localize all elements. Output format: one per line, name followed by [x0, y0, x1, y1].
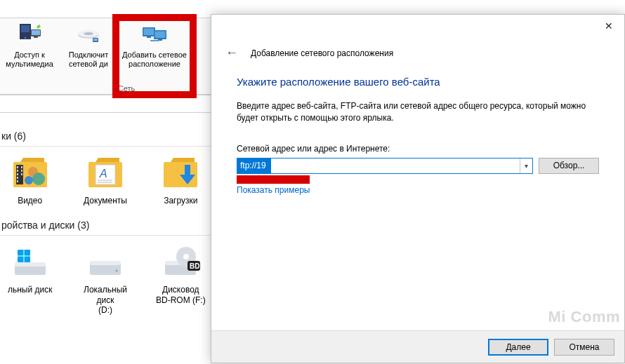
svg-rect-1	[21, 25, 29, 32]
ribbon-item-label: Подключит сетевой ди	[63, 50, 114, 68]
drive-local-d[interactable]: Локальный диск (D:)	[77, 241, 133, 315]
ribbon-group: Добавить сетевое расположение	[118, 18, 191, 94]
ribbon-group: Подключит сетевой ди	[59, 18, 118, 94]
folders-row: Видео A Документы Загрузки	[0, 148, 211, 207]
item-label: Локальный диск (D:)	[77, 285, 133, 315]
svg-point-44	[115, 270, 117, 272]
drive-bdrom[interactable]: BD Дисковод BD-ROM (F:)	[152, 241, 209, 315]
svg-text:BD: BD	[190, 262, 199, 270]
address-combobox[interactable]: ▾	[237, 158, 533, 174]
devices-row: льный диск Локальный диск (D:) BD Дисков…	[0, 237, 211, 316]
network-drive-icon	[74, 22, 103, 48]
close-icon: ✕	[605, 20, 613, 32]
ribbon-toolbar: Доступ к мультимедиа Подключит сетевой д…	[0, 18, 211, 95]
dialog-footer: Далее Отмена	[211, 330, 624, 363]
divider	[0, 146, 211, 147]
wizard-dialog: ✕ ← Добавление сетевого расположения Ука…	[211, 14, 625, 363]
show-examples-link[interactable]: Показать примеры	[237, 185, 310, 195]
browse-button[interactable]: Обзор...	[539, 158, 599, 174]
svg-rect-5	[34, 36, 38, 38]
svg-rect-43	[90, 261, 121, 265]
item-label: Дисковод BD-ROM (F:)	[156, 285, 206, 305]
svg-text:A: A	[99, 168, 107, 180]
dialog-body: Укажите расположение вашего веб-сайта Вв…	[211, 69, 624, 195]
drive-system[interactable]: льный диск	[1, 241, 58, 315]
folder-documents-icon: A	[86, 152, 125, 191]
svg-rect-24	[21, 166, 22, 168]
wizard-instruction: Введите адрес веб-сайта, FTP-сайта или с…	[237, 100, 599, 124]
explorer-content: ки (6) Видео A Документы Загрузки ройств…	[0, 126, 211, 317]
address-input[interactable]	[237, 159, 271, 173]
svg-rect-10	[93, 39, 98, 41]
svg-point-8	[84, 32, 93, 35]
svg-point-2	[25, 37, 26, 39]
svg-rect-15	[155, 32, 166, 39]
ribbon-item-label: Добавить сетевое расположение	[122, 50, 187, 68]
dialog-titlebar: ✕	[211, 15, 624, 37]
folders-section-header[interactable]: ки (6)	[1, 130, 211, 142]
back-button[interactable]: ←	[225, 46, 238, 60]
section-count: (6)	[14, 130, 26, 142]
folder-downloads[interactable]: Загрузки	[152, 152, 209, 205]
svg-rect-23	[17, 180, 18, 182]
cancel-button[interactable]: Отмена	[554, 339, 614, 356]
svg-rect-20	[17, 170, 18, 172]
address-field-label: Сетевой адрес или адрес в Интернете:	[237, 144, 599, 154]
watermark: Mi Comm	[548, 308, 621, 326]
dialog-title: Добавление сетевого расположения	[251, 48, 393, 58]
next-button[interactable]: Далее	[488, 339, 548, 356]
svg-rect-21	[17, 173, 18, 175]
folder-videos[interactable]: Видео	[1, 152, 58, 205]
item-label: Видео	[18, 196, 42, 205]
item-label: Документы	[84, 196, 127, 205]
svg-rect-4	[32, 30, 40, 35]
address-bar[interactable]	[0, 95, 211, 113]
section-title: ки	[1, 130, 11, 142]
item-label: льный диск	[8, 285, 53, 295]
section-title: ройства и диски	[1, 220, 74, 231]
devices-section-header[interactable]: ройства и диски (3)	[1, 220, 211, 231]
svg-rect-22	[17, 177, 18, 179]
svg-rect-19	[17, 166, 18, 168]
ribbon-map-drive[interactable]: Подключит сетевой ди	[63, 21, 114, 68]
drive-icon	[86, 241, 125, 281]
item-label: Загрузки	[164, 196, 197, 205]
address-field-row: ▾ Обзор...	[237, 158, 599, 174]
drive-windows-icon	[11, 241, 50, 281]
media-server-icon	[15, 22, 44, 48]
svg-rect-37	[15, 262, 46, 267]
wizard-heading: Укажите расположение вашего веб-сайта	[237, 76, 599, 88]
close-button[interactable]: ✕	[593, 15, 624, 37]
redaction-annotation	[237, 175, 310, 184]
ribbon-group-label: Сеть	[63, 84, 190, 93]
ribbon-group: Доступ к мультимедиа	[0, 18, 59, 94]
chevron-down-icon[interactable]: ▾	[520, 159, 532, 173]
svg-rect-12	[144, 29, 154, 36]
svg-rect-13	[147, 36, 151, 38]
svg-point-28	[32, 173, 45, 185]
svg-point-29	[25, 176, 33, 184]
ribbon-add-network-location[interactable]: Добавить сетевое расположение	[122, 21, 187, 68]
svg-rect-39	[18, 250, 24, 256]
svg-point-48	[183, 254, 189, 259]
section-count: (3)	[77, 220, 89, 231]
folder-downloads-icon	[161, 152, 200, 191]
folder-documents[interactable]: A Документы	[77, 152, 133, 205]
ribbon-item-label: Доступ к мультимедиа	[4, 50, 55, 68]
divider	[0, 235, 211, 236]
dialog-header: ← Добавление сетевого расположения	[211, 37, 624, 69]
svg-rect-26	[21, 173, 22, 175]
network-location-icon	[140, 22, 169, 48]
folder-videos-icon	[11, 152, 50, 191]
svg-rect-25	[21, 170, 22, 172]
ribbon-media-access[interactable]: Доступ к мультимедиа	[4, 21, 55, 68]
drive-bdrom-icon: BD	[161, 241, 200, 281]
